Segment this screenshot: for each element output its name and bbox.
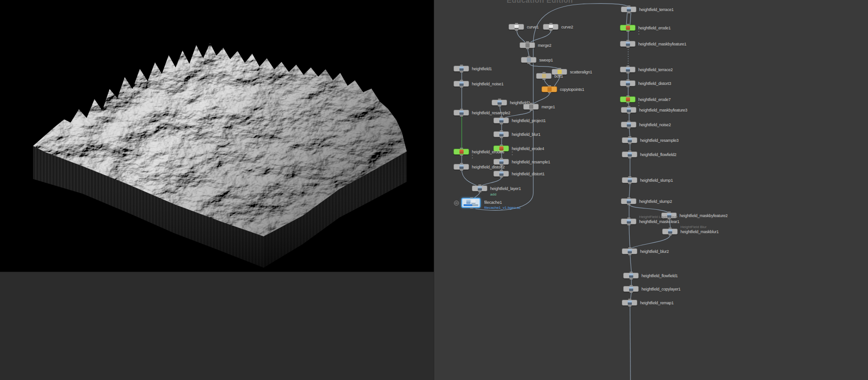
node-heightfield_maskbyfeature3[interactable]: heightfield_maskbyfeature3 — [621, 107, 636, 113]
node-body[interactable] — [492, 100, 507, 106]
node-wire[interactable] — [629, 204, 669, 212]
network-editor[interactable]: Education Edition heightfield_terrace1cu… — [434, 0, 868, 380]
box-icon — [542, 74, 546, 78]
node-wire[interactable] — [630, 254, 631, 273]
node-wire[interactable] — [629, 183, 630, 198]
node-body[interactable] — [542, 86, 557, 92]
node-body[interactable] — [620, 80, 636, 86]
node-body[interactable] — [493, 131, 509, 137]
node-body[interactable] — [621, 198, 636, 204]
node-body[interactable] — [509, 24, 524, 30]
node-heightfield_maskbyfeature1[interactable]: heightfield_maskbyfeature1 — [620, 41, 636, 47]
node-wire[interactable] — [626, 12, 627, 25]
node-label: heightfield_flowfield1 — [641, 274, 678, 278]
node-body[interactable] — [453, 149, 469, 155]
node-body[interactable] — [461, 198, 481, 208]
node-wire[interactable] — [517, 30, 525, 42]
node-body[interactable] — [620, 41, 636, 47]
node-heightfield_resample3[interactable]: heightfield_resample3 — [622, 137, 637, 143]
node-heightfield_copylayer1[interactable]: heightfield_copylayer1 — [623, 286, 639, 292]
node-label: heightfield_erode4 — [512, 146, 544, 151]
node-heightfield_erode1[interactable]: heightfield_erode1▪ ▪ — [620, 25, 636, 31]
node-body[interactable] — [453, 164, 469, 170]
node-heightfield_project1[interactable]: heightfield_project1 — [493, 117, 509, 123]
node-body[interactable] — [620, 67, 636, 73]
collapse-badge[interactable]: – — [454, 201, 459, 206]
node-merge2[interactable]: merge2 — [520, 42, 535, 48]
node-wire[interactable] — [629, 128, 630, 137]
node-heightfield1[interactable]: heightfield1 — [453, 66, 469, 72]
node-heightfield_flowfield1[interactable]: heightfield_flowfield1 — [623, 273, 639, 279]
node-heightfield_distort2[interactable]: heightfield_distort2 — [453, 164, 469, 170]
node-wire[interactable] — [631, 235, 670, 248]
node-heightfield_slump2[interactable]: heightfield_slump2 — [621, 198, 636, 204]
node-label: heightfield_erode7 — [638, 97, 670, 102]
node-heightfield_resample2[interactable]: heightfield_resample2 — [453, 110, 469, 116]
node-label: heightfield_erode1 — [638, 26, 670, 30]
node-heightfield_terrace2[interactable]: heightfield_terrace2 — [620, 67, 636, 73]
node-curve2[interactable]: curve2 — [543, 24, 558, 30]
node-heightfield_blur1[interactable]: heightfield_blur1 — [493, 131, 509, 137]
node-wire[interactable] — [629, 224, 630, 248]
terrain-icon — [627, 219, 631, 224]
node-body[interactable] — [622, 177, 637, 183]
node-body[interactable] — [493, 117, 509, 123]
node-wire[interactable] — [630, 12, 631, 25]
node-heightfield2[interactable]: heightfield2 — [492, 100, 507, 106]
node-body[interactable] — [621, 122, 636, 128]
node-heightfield_maskclear1[interactable]: heightfield_maskclear1HeightField Layer … — [621, 218, 636, 224]
node-heightfield_slump1[interactable]: heightfield_slump1 — [622, 177, 637, 183]
node-heightfield_noise2[interactable]: heightfield_noise2 — [621, 122, 636, 128]
node-body[interactable] — [521, 57, 536, 63]
node-body[interactable] — [622, 137, 637, 143]
node-heightfield_maskblur1[interactable]: heightfield_maskblur1HeightField Blur — [662, 229, 678, 235]
node-wire[interactable] — [529, 63, 559, 69]
node-body[interactable] — [620, 25, 636, 31]
node-heightfield_erode6[interactable]: heightfield_erode6▪ ▪ — [453, 149, 469, 155]
node-body[interactable] — [662, 229, 678, 235]
node-copytopoints1[interactable]: copytopoints1 — [542, 86, 557, 92]
node-body[interactable] — [493, 159, 509, 165]
node-body[interactable] — [472, 185, 487, 191]
node-heightfield_resample1[interactable]: heightfield_resample1 — [493, 159, 509, 165]
node-body[interactable] — [622, 151, 637, 157]
node-heightfield_flowfield2[interactable]: heightfield_flowfield2 — [622, 151, 637, 157]
node-body[interactable] — [622, 300, 637, 306]
node-heightfield_distort3[interactable]: heightfield_distort3 — [620, 80, 636, 86]
node-wire[interactable] — [533, 92, 550, 104]
node-body[interactable] — [453, 66, 469, 72]
node-heightfield_remap1[interactable]: heightfield_remap1 — [622, 300, 637, 306]
scene-viewport[interactable] — [0, 0, 434, 272]
node-body[interactable] — [523, 104, 539, 110]
node-heightfield_blur2[interactable]: heightfield_blur2 — [622, 248, 637, 254]
node-filecache1[interactable]: –filecache1filecache1_v1.bgeo.sc — [461, 198, 481, 208]
node-body[interactable] — [493, 171, 509, 177]
node-body[interactable] — [621, 6, 636, 12]
node-body[interactable] — [623, 273, 639, 279]
node-body[interactable] — [620, 96, 636, 102]
node-body[interactable] — [536, 73, 552, 79]
node-wire[interactable] — [462, 170, 476, 185]
node-sweep1[interactable]: sweep1 — [521, 57, 536, 63]
terrain-icon — [478, 186, 482, 190]
node-box1[interactable]: box1 — [536, 73, 552, 79]
node-heightfield_distort1[interactable]: heightfield_distort1 — [493, 171, 509, 177]
node-wire[interactable] — [475, 191, 480, 198]
node-heightfield_layer1[interactable]: heightfield_layer1add — [472, 185, 487, 191]
node-body[interactable] — [623, 286, 639, 292]
viewport-lower-panel — [0, 272, 434, 380]
node-heightfield_terrace1[interactable]: heightfield_terrace1 — [621, 6, 636, 12]
node-body[interactable] — [621, 218, 636, 224]
node-body[interactable] — [543, 24, 558, 30]
node-body[interactable] — [622, 248, 637, 254]
node-wire[interactable] — [630, 306, 630, 380]
node-heightfield_noise1[interactable]: heightfield_noise1 — [453, 81, 469, 87]
node-body[interactable] — [453, 81, 469, 87]
node-merge1[interactable]: merge1 — [523, 104, 539, 110]
node-heightfield_erode7[interactable]: heightfield_erode7▪ ▪ — [620, 96, 636, 102]
node-body[interactable] — [453, 110, 469, 116]
node-wire[interactable] — [482, 177, 502, 185]
node-body[interactable] — [520, 42, 535, 48]
node-body[interactable] — [621, 107, 636, 113]
node-curve1[interactable]: curve1 — [509, 24, 524, 30]
